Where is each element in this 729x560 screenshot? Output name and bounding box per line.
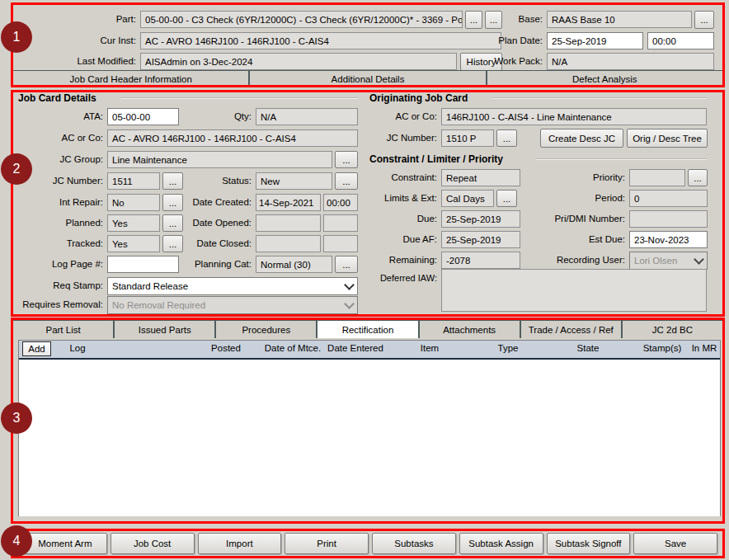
orig-ac-or-co-field: 146RJ100 - C-AIS4 - Line Maintenance — [441, 108, 707, 125]
constraint-label: Constraint: — [363, 172, 437, 182]
date-opened-field — [256, 214, 321, 232]
tab-trade-access-ref[interactable]: Trade / Access / Ref — [521, 321, 623, 338]
est-due-input[interactable]: 23-Nov-2023 — [629, 231, 708, 248]
orig-desc-tree-button[interactable]: Orig / Desc Tree — [627, 129, 708, 148]
job-card-window: Part: 05-00-00 - C3 Check (6YR/12000C) -… — [0, 0, 729, 560]
tab-part-list[interactable]: Part List — [13, 321, 115, 338]
qty-label: Qty: — [180, 111, 252, 121]
planned-label: Planned: — [15, 218, 103, 228]
due-af-label: Due AF: — [363, 234, 437, 244]
moment-arm-button[interactable]: Moment Arm — [23, 533, 107, 554]
requires-removal-label: Requires Removal: — [3, 299, 103, 309]
time-opened-field — [323, 214, 358, 232]
plan-date-label: Plan Date: — [474, 35, 543, 45]
plan-time-input[interactable]: 00:00 — [647, 32, 714, 49]
deferred-iaw-field — [441, 269, 707, 312]
column-item: Item — [421, 343, 439, 353]
time-closed-field — [323, 235, 358, 252]
print-button[interactable]: Print — [285, 533, 369, 554]
table-header-row: Add Log Posted Date of Mtce. Date Entere… — [19, 341, 720, 360]
column-stamps: Stamp(s) — [643, 343, 682, 353]
column-date-of-mtce: Date of Mtce. — [265, 343, 321, 353]
date-closed-label: Date Closed: — [180, 238, 252, 248]
qty-field: N/A — [256, 108, 358, 125]
rectification-table: Add Log Posted Date of Mtce. Date Entere… — [18, 340, 721, 516]
remaining-label: Remaining: — [363, 255, 437, 265]
date-opened-label: Date Opened: — [180, 218, 252, 228]
period-field: 0 — [629, 190, 708, 207]
req-stamp-label: Req Stamp: — [15, 280, 103, 290]
job-cost-button[interactable]: Job Cost — [111, 533, 195, 554]
status-browse-button[interactable]: ... — [335, 172, 358, 190]
part-browse-button[interactable]: ... — [465, 11, 482, 29]
base-browse-button[interactable]: ... — [694, 11, 714, 29]
due-label: Due: — [363, 214, 437, 224]
chevron-down-icon — [344, 280, 355, 290]
work-pack-label: Work Pack: — [474, 56, 543, 66]
subtask-signoff-button[interactable]: Subtask Signoff — [547, 533, 631, 554]
int-repair-field: No — [107, 194, 160, 211]
annotation-marker-3: 3 — [1, 402, 32, 434]
tab-attachments[interactable]: Attachments — [420, 321, 521, 338]
due-field: 25-Sep-2019 — [441, 210, 520, 228]
orig-jc-number-browse-button[interactable]: ... — [496, 129, 517, 147]
status-field: New — [256, 172, 332, 190]
base-label: Base: — [487, 14, 543, 24]
cur-inst-field: AC - AVRO 146RJ100 - 146RJ100 - C-AIS4 — [140, 32, 501, 49]
ata-input[interactable]: 05-00-00 — [107, 108, 179, 125]
tab-additional-details[interactable]: Additional Details — [250, 71, 487, 87]
log-page-label: Log Page #: — [15, 259, 103, 269]
status-label: Status: — [180, 176, 252, 186]
tab-defect-analysis[interactable]: Defect Analysis — [487, 71, 722, 87]
limits-ext-browse-button[interactable]: ... — [496, 190, 517, 207]
base-field: RAAS Base 10 — [547, 11, 692, 28]
chevron-down-icon — [344, 299, 355, 309]
priority-browse-button[interactable]: ... — [688, 169, 708, 186]
table-body-empty[interactable] — [19, 360, 720, 516]
column-type: Type — [498, 343, 519, 353]
column-log: Log — [69, 343, 85, 353]
tab-procedures[interactable]: Procedures — [216, 321, 317, 338]
last-modified-field: AISAdmin on 3-Dec-2024 — [140, 53, 457, 70]
jc-group-field: Line Maintenance — [107, 151, 332, 168]
pri-dmi-number-field — [629, 210, 708, 228]
recording-user-value: Lori Olsen — [634, 256, 677, 266]
tab-rectification[interactable]: Rectification — [317, 321, 419, 338]
planning-cat-browse-button[interactable]: ... — [335, 256, 358, 273]
recording-user-select[interactable]: Lori Olsen — [629, 252, 708, 270]
import-button[interactable]: Import — [198, 533, 282, 554]
subtasks-button[interactable]: Subtasks — [372, 533, 456, 554]
orig-ac-or-co-label: AC or Co: — [363, 111, 437, 121]
log-page-input[interactable] — [107, 256, 179, 273]
workarea-tab-strip: Part List Issued Parts Procedures Rectif… — [13, 320, 722, 338]
limits-ext-field: Cal Days — [441, 190, 494, 207]
header-tab-strip: Job Card Header Information Additional D… — [13, 70, 722, 87]
tab-issued-parts[interactable]: Issued Parts — [115, 321, 216, 338]
ata-label: ATA: — [15, 111, 103, 121]
add-button[interactable]: Add — [22, 341, 51, 356]
column-state: State — [577, 343, 600, 353]
ac-or-co-label: AC or Co: — [15, 133, 103, 143]
recording-user-label: Recording User: — [536, 255, 625, 265]
jc-group-browse-button[interactable]: ... — [335, 151, 358, 168]
int-repair-label: Int Repair: — [15, 197, 103, 207]
create-desc-jc-button[interactable]: Create Desc JC — [540, 129, 623, 148]
cur-inst-label: Cur Inst: — [33, 35, 136, 45]
subtask-assign-button[interactable]: Subtask Assign — [459, 533, 543, 554]
save-button[interactable]: Save — [633, 533, 717, 554]
originating-job-card-title: Originating Job Card — [369, 92, 468, 104]
orig-jc-number-label: JC Number: — [363, 133, 437, 143]
part-field: 05-00-00 - C3 Check (6YR/12000C) - C3 Ch… — [140, 11, 463, 28]
chevron-down-icon — [694, 254, 704, 265]
annotation-marker-1: 1 — [1, 21, 32, 53]
column-date-entered: Date Entered — [327, 343, 383, 353]
part-label: Part: — [33, 14, 136, 24]
job-card-details-title: Job Card Details — [18, 92, 96, 104]
plan-date-input[interactable]: 25-Sep-2019 — [547, 32, 643, 49]
tab-jc-2d-bc[interactable]: JC 2d BC — [623, 321, 722, 338]
period-label: Period: — [540, 193, 625, 203]
requires-removal-select: No Removal Required — [107, 296, 358, 314]
req-stamp-select[interactable]: Standard Release — [107, 277, 358, 295]
tab-job-card-header-information[interactable]: Job Card Header Information — [13, 71, 250, 87]
req-stamp-value: Standard Release — [112, 281, 188, 291]
